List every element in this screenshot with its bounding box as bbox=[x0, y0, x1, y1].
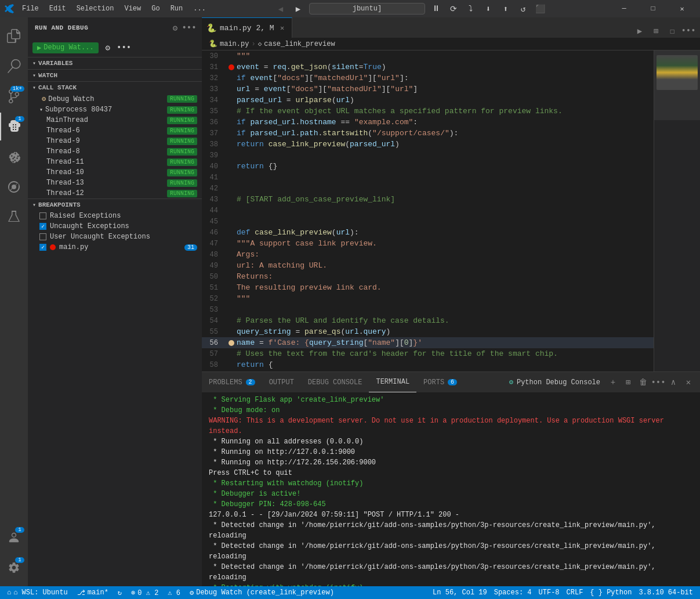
thread-8-status: RUNNING bbox=[167, 148, 197, 156]
menu-run[interactable]: Run bbox=[166, 3, 188, 14]
activity-icon-extensions[interactable] bbox=[0, 143, 28, 171]
activity-icon-remote[interactable] bbox=[0, 173, 28, 201]
menu-selection[interactable]: Selection bbox=[72, 3, 119, 14]
code-editor[interactable]: 30 """ 31 event = req.get_json(silent=Tr… bbox=[202, 50, 700, 371]
menu-file[interactable]: File bbox=[17, 3, 43, 14]
panel-tab-ports[interactable]: PORTS 6 bbox=[416, 372, 464, 392]
split-terminal-button[interactable]: ⊞ bbox=[621, 376, 635, 389]
minimize-button[interactable]: ─ bbox=[611, 0, 637, 17]
panel-close-button[interactable]: ✕ bbox=[681, 376, 695, 389]
code-text-33: url = event["docs"]["matchedUrl"]["url"] bbox=[237, 85, 418, 93]
thread-13[interactable]: Thread-13 RUNNING bbox=[28, 178, 202, 188]
nav-back-button[interactable]: ◀ bbox=[274, 2, 287, 15]
variables-header[interactable]: ▾ VARIABLES bbox=[28, 57, 202, 69]
activity-icon-settings[interactable]: 1 bbox=[0, 554, 28, 582]
status-encoding[interactable]: UTF-8 bbox=[536, 589, 562, 597]
menu-edit[interactable]: Edit bbox=[45, 3, 71, 14]
watch-section: ▾ WATCH bbox=[28, 69, 202, 81]
callstack-item-debug-watch[interactable]: ⚙ Debug Watch RUNNING bbox=[28, 93, 202, 104]
terminal-line-9: * Debugger is active! bbox=[209, 489, 693, 499]
status-left: ⌂ ⌂ WSL: Ubuntu ⎇ main* ↻ ⊗ 0 ⚠ 2 ⚠ 6 ⚙ … bbox=[0, 589, 341, 597]
panel-more-button[interactable]: ••• bbox=[651, 376, 665, 389]
raised-exceptions-checkbox[interactable] bbox=[39, 212, 46, 219]
menu-go[interactable]: Go bbox=[147, 3, 164, 14]
open-editors-button[interactable]: ⊞ bbox=[649, 24, 663, 38]
mainpy-checkbox[interactable]: ✓ bbox=[39, 244, 46, 251]
status-debug-watch[interactable]: ⚙ Debug Watch (create_link_preview) bbox=[187, 589, 336, 597]
debug-stepinto-button[interactable]: ⬇ bbox=[482, 2, 495, 15]
run-split-button[interactable]: ▶ bbox=[633, 24, 647, 38]
thread-12[interactable]: Thread-12 RUNNING bbox=[28, 188, 202, 199]
tab-close-button[interactable]: ✕ bbox=[278, 23, 287, 33]
close-button[interactable]: ✕ bbox=[669, 0, 695, 17]
maximize-button[interactable]: □ bbox=[640, 0, 666, 17]
nav-forward-button[interactable]: ▶ bbox=[292, 2, 304, 15]
error-icon: ⊗ bbox=[131, 589, 135, 597]
panel-collapse-button[interactable]: ∧ bbox=[666, 376, 680, 389]
debug-continue-button[interactable]: ↺ bbox=[517, 2, 529, 15]
thread-10[interactable]: Thread-10 RUNNING bbox=[28, 167, 202, 178]
debug-stop-button[interactable]: ⬛ bbox=[534, 2, 547, 15]
activity-icon-debug[interactable]: 1 bbox=[0, 113, 28, 140]
status-spaces[interactable]: Spaces: 4 bbox=[492, 589, 534, 597]
thread-mainthread[interactable]: MainThread RUNNING bbox=[28, 115, 202, 125]
debug-settings-button[interactable]: ⚙ bbox=[101, 41, 115, 55]
debug-stepover-button[interactable]: ⤵ bbox=[465, 2, 477, 15]
user-uncaught-checkbox[interactable] bbox=[39, 233, 46, 240]
menu-more[interactable]: ... bbox=[188, 3, 211, 14]
debug-stepout-button[interactable]: ⬆ bbox=[499, 2, 512, 15]
thread-8[interactable]: Thread-8 RUNNING bbox=[28, 146, 202, 157]
thread-6[interactable]: Thread-6 RUNNING bbox=[28, 125, 202, 136]
status-python-version[interactable]: 3.8.10 64-bit bbox=[636, 589, 695, 597]
watch-header[interactable]: ▾ WATCH bbox=[28, 70, 202, 81]
status-warnings[interactable]: ⚠ 6 bbox=[165, 589, 183, 597]
thread-11[interactable]: Thread-11 RUNNING bbox=[28, 157, 202, 167]
menu-view[interactable]: View bbox=[119, 3, 146, 14]
activity-icon-scm[interactable]: 1k+ bbox=[0, 82, 28, 110]
status-language[interactable]: { } Python bbox=[587, 589, 634, 597]
code-text-46: def case_link_preview(url): bbox=[237, 228, 359, 237]
callstack-header[interactable]: ▾ CALL STACK bbox=[28, 82, 202, 93]
status-remote[interactable]: ⌂ ⌂ WSL: Ubuntu bbox=[5, 589, 70, 597]
debug-more-button[interactable]: ••• bbox=[183, 22, 195, 34]
callstack-subprocess[interactable]: ▾ Subprocess 80437 RUNNING bbox=[28, 104, 202, 115]
address-bar[interactable]: jbuntu] bbox=[309, 3, 425, 15]
panel-tab-terminal[interactable]: TERMINAL bbox=[369, 372, 416, 392]
panel-tab-problems[interactable]: PROBLEMS 2 bbox=[202, 372, 262, 392]
debug-run-button[interactable]: ▶ Debug Wat... bbox=[32, 42, 99, 53]
status-eol[interactable]: CRLF bbox=[564, 589, 586, 597]
activity-icon-account[interactable]: 1 bbox=[0, 524, 28, 551]
thread-9[interactable]: Thread-9 RUNNING bbox=[28, 136, 202, 146]
status-errors[interactable]: ⊗ 0 ⚠ 2 bbox=[129, 589, 161, 597]
tab-main-py[interactable]: 🐍 main.py 2, M ✕ bbox=[202, 17, 292, 38]
activity-icon-search[interactable] bbox=[0, 52, 28, 80]
more-actions-button[interactable]: ••• bbox=[681, 24, 695, 38]
breakpoints-header[interactable]: ▾ BREAKPOINTS bbox=[28, 199, 202, 211]
activity-icon-flask[interactable] bbox=[0, 203, 28, 231]
activity-icon-explorer[interactable] bbox=[0, 22, 28, 50]
breadcrumb-func[interactable]: case_link_preview bbox=[264, 40, 335, 48]
new-terminal-button[interactable]: + bbox=[606, 376, 620, 389]
debug-restart-button[interactable]: ⟳ bbox=[447, 2, 460, 15]
status-git[interactable]: ⎇ main* bbox=[75, 589, 111, 597]
uncaught-exceptions-checkbox[interactable]: ✓ bbox=[39, 223, 46, 230]
code-content[interactable]: 30 """ 31 event = req.get_json(silent=Tr… bbox=[202, 50, 700, 371]
kill-terminal-button[interactable]: 🗑 bbox=[636, 376, 650, 389]
bp-main-py[interactable]: ✓ main.py 31 bbox=[28, 242, 202, 252]
debug-pause-button[interactable]: ⏸ bbox=[430, 2, 443, 15]
status-errors-label: 0 ⚠ 2 bbox=[137, 589, 158, 597]
debug-overflow-button[interactable]: ••• bbox=[117, 41, 131, 55]
status-sync[interactable]: ↻ bbox=[115, 589, 124, 597]
status-position[interactable]: Ln 56, Col 19 bbox=[430, 589, 489, 597]
panel-tab-debug-console[interactable]: DEBUG CONSOLE bbox=[301, 372, 369, 392]
bp-uncaught-exceptions[interactable]: ✓ Uncaught Exceptions bbox=[28, 221, 202, 232]
breadcrumb-file[interactable]: main.py bbox=[220, 40, 249, 48]
bp-user-uncaught[interactable]: User Uncaught Exceptions bbox=[28, 232, 202, 242]
output-label: OUTPUT bbox=[269, 378, 294, 387]
debug-config-button[interactable]: ⚙ bbox=[169, 22, 181, 34]
breakpoints-label: BREAKPOINTS bbox=[38, 201, 81, 208]
split-editor-button[interactable]: ☐ bbox=[665, 24, 679, 38]
terminal-content[interactable]: * Serving Flask app 'create_link_preview… bbox=[202, 392, 700, 586]
panel-tab-output[interactable]: OUTPUT bbox=[262, 372, 301, 392]
bp-raised-exceptions[interactable]: Raised Exceptions bbox=[28, 211, 202, 221]
